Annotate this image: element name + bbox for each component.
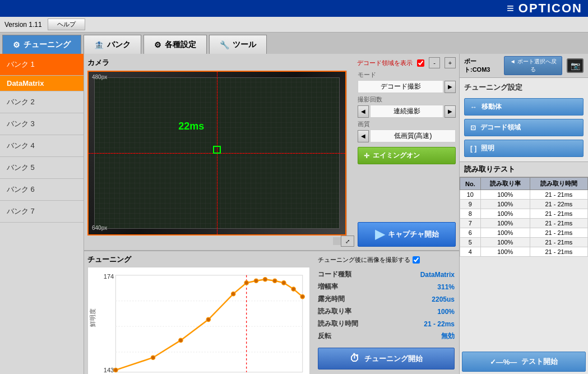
table-row: 8100%21 - 21ms — [460, 209, 588, 219]
svg-point-16 — [263, 278, 267, 281]
col-time: 読み取り時間 — [530, 178, 587, 190]
camera-viewport-wrapper: 480px 640px 22ms — [87, 71, 354, 247]
moving-body-label: 移動体 — [481, 102, 502, 112]
camera-plus-btn[interactable]: + — [445, 57, 456, 68]
capture-button[interactable]: ▶ キャプチャ開始 — [358, 222, 456, 247]
port-bar: ポート:COM3 ◄ ポート選択へ戻る 📷 — [460, 54, 588, 78]
tuning-after-label: チューニング後に画像を撮影する — [318, 256, 410, 264]
read-test-title: 読み取りテスト — [460, 162, 588, 177]
table-row: 9100%21 - 22ms — [460, 200, 588, 209]
code-type-value: DataMatrix — [420, 271, 455, 279]
topbar: Version 1.11 ヘルプ — [0, 17, 588, 33]
cell-time: 21 - 21ms — [530, 209, 587, 219]
lighting-label: 照明 — [481, 144, 494, 153]
decode-area-button[interactable]: ⊡ デコード領域 — [464, 119, 584, 136]
decode-region-label: デコード領域を表示 — [357, 59, 413, 67]
code-type-label: コード種類 — [318, 270, 351, 279]
tuning-chart-svg: 174 143 鮮明度 2205：311 — [88, 267, 309, 374]
camera-minus-btn[interactable]: - — [429, 57, 440, 68]
tools-tab-icon: 🔧 — [220, 40, 229, 49]
cell-no: 7 — [460, 219, 481, 228]
lighting-button[interactable]: [ ] 照明 — [464, 140, 584, 157]
cell-no: 5 — [460, 238, 481, 247]
exposure-label: 露光時間 — [318, 294, 345, 304]
port-back-button[interactable]: ◄ ポート選択へ戻る — [504, 56, 562, 75]
read-test-table: No. 読み取り率 読み取り時間 10100%21 - 21ms9100%21 … — [460, 177, 588, 349]
camera-scrollbar-v[interactable] — [346, 71, 354, 236]
bank-tab-icon: 🏦 — [94, 40, 104, 49]
scrollbar-corner — [333, 237, 341, 245]
sidebar-item-bank7[interactable]: バンク 7 — [0, 201, 84, 223]
header: ≡ OPTICON — [0, 0, 588, 17]
camera-time-display: 22ms — [178, 121, 204, 132]
sidebar: バンク 1 DataMatrix バンク 2 バンク 3 バンク 4 バンク 5… — [0, 54, 84, 374]
camera-title: カメラ — [87, 58, 109, 68]
svg-point-13 — [232, 292, 235, 295]
shot-prev-btn[interactable]: ◀ — [358, 105, 369, 118]
aiming-button[interactable]: ✛ エイミングオン — [358, 147, 456, 164]
tuning-after-checkbox[interactable] — [413, 256, 420, 264]
capture-icon: ▶ — [375, 227, 385, 242]
camera-bottom-row: ⤢ — [87, 236, 354, 247]
cell-time: 21 - 21ms — [530, 238, 587, 247]
quality-prev-btn[interactable]: ◀ — [358, 130, 369, 142]
results-table: No. 読み取り率 読み取り時間 10100%21 - 21ms9100%21 … — [460, 177, 588, 257]
sidebar-item-bank4[interactable]: バンク 4 — [0, 135, 84, 157]
help-button[interactable]: ヘルプ — [48, 19, 85, 30]
sidebar-item-bank5[interactable]: バンク 5 — [0, 157, 84, 179]
test-start-button[interactable]: ✓—%— テスト開始 — [462, 352, 586, 372]
logo-menu-icon: ≡ — [507, 1, 515, 16]
read-rate-row: 読み取り率 100% — [318, 306, 455, 317]
tab-settings[interactable]: ⚙ 各種設定 — [143, 35, 207, 54]
gain-label: 増幅率 — [318, 282, 338, 292]
cell-time: 21 - 21ms — [530, 190, 587, 200]
decode-region-checkbox[interactable] — [417, 59, 424, 67]
svg-point-20 — [300, 294, 304, 298]
camera-scrollbar-h[interactable] — [89, 234, 345, 236]
capture-label: キャプチャ開始 — [388, 229, 439, 239]
camera-dim-left: 640px — [92, 225, 107, 231]
svg-text:鮮明度: 鮮明度 — [89, 308, 96, 327]
mode-next-btn[interactable]: ▶ — [445, 81, 456, 93]
tuning-start-button[interactable]: ⏱ チューニング開始 — [318, 348, 455, 370]
cell-no: 4 — [460, 247, 481, 257]
version-label: Version 1.11 — [4, 21, 42, 29]
cell-rate: 100% — [480, 238, 530, 247]
shot-group: 撮影回数 ◀ 連続撮影 ▶ — [358, 95, 456, 118]
tuning-tab-icon: ⚙ — [13, 40, 20, 49]
tools-tab-label: ツール — [233, 40, 256, 50]
navtabs: ⚙ チューニング 🏦 バンク ⚙ 各種設定 🔧 ツール — [0, 33, 588, 54]
sidebar-item-bank1[interactable]: バンク 1 — [0, 54, 84, 76]
read-time-label: 読み取り時間 — [318, 319, 358, 329]
sidebar-item-datamatrix[interactable]: DataMatrix — [0, 76, 84, 91]
tab-bank[interactable]: 🏦 バンク — [84, 35, 141, 54]
sidebar-item-bank3[interactable]: バンク 3 — [0, 113, 84, 135]
tuning-start-label: チューニング開始 — [364, 354, 423, 364]
read-test-panel: 読み取りテスト No. 読み取り率 読み取り時間 10100%21 - 21ms… — [460, 161, 588, 374]
mode-value: デコード撮影 — [358, 80, 443, 93]
lighting-icon: [ ] — [470, 145, 476, 153]
shot-next-btn[interactable]: ▶ — [445, 105, 456, 118]
decode-area-icon: ⊡ — [470, 124, 476, 132]
port-label: ポート:COM3 — [464, 57, 499, 74]
tuning-settings-panel: チューニング設定 ↔ 移動体 ⊡ デコード領域 [ ] 照明 — [460, 78, 588, 161]
cell-rate: 100% — [480, 219, 530, 228]
camera-resize-btn[interactable]: ⤢ — [341, 236, 354, 247]
moving-body-button[interactable]: ↔ 移動体 — [464, 98, 584, 116]
tuning-info: チューニング後に画像を撮影する コード種類 DataMatrix 増幅率 311… — [313, 251, 459, 374]
svg-point-14 — [244, 281, 248, 285]
shot-row: ◀ 連続撮影 ▶ — [358, 105, 456, 118]
cell-no: 6 — [460, 228, 481, 238]
gain-value: 311% — [437, 283, 455, 291]
camera-header: カメラ デコード領域を表示 - + — [87, 57, 456, 68]
tab-tuning[interactable]: ⚙ チューニング — [2, 35, 81, 54]
sidebar-item-bank6[interactable]: バンク 6 — [0, 179, 84, 201]
cell-time: 21 - 21ms — [530, 228, 587, 238]
table-row: 4100%21 - 21ms — [460, 247, 588, 257]
cell-time: 21 - 22ms — [530, 200, 587, 209]
aiming-icon: ✛ — [364, 152, 369, 160]
cell-rate: 100% — [480, 228, 530, 238]
tab-tools[interactable]: 🔧 ツール — [209, 35, 267, 54]
bank-tab-label: バンク — [107, 40, 131, 50]
sidebar-item-bank2[interactable]: バンク 2 — [0, 91, 84, 113]
